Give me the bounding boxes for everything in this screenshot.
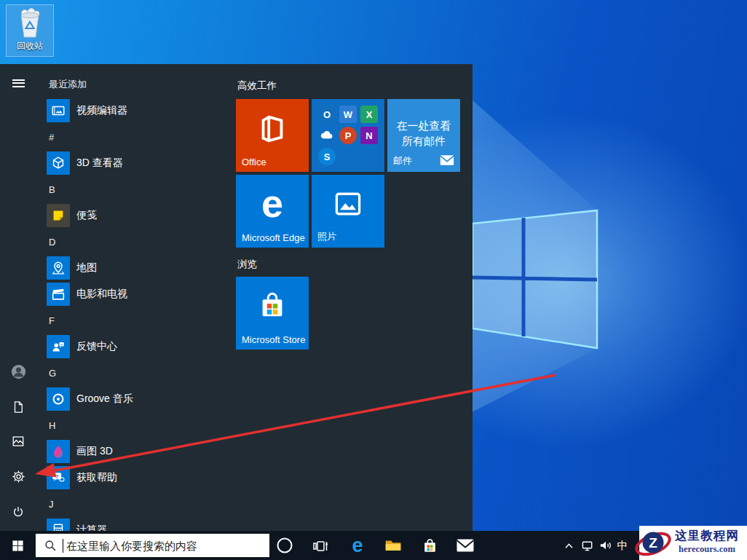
search-icon — [44, 540, 57, 552]
app-item-3d-viewer[interactable]: 3D 查看器 — [35, 150, 226, 176]
start-menu: 最近添加 视频编辑器 # 3D 查看器 B 便笺 D 地图 — [0, 64, 473, 531]
paint-3d-icon — [47, 440, 70, 463]
tray-ime-indicator[interactable]: 中 — [613, 531, 632, 560]
recycle-bin-desktop-icon[interactable]: 回收站 — [6, 4, 54, 57]
office-suite-mini-icons: O W X P N S — [318, 106, 378, 165]
app-section-header: J — [35, 491, 226, 517]
app-section-header: B — [35, 176, 226, 202]
app-label: 获取帮助 — [76, 471, 117, 484]
app-item-sticky-notes[interactable]: 便笺 — [35, 202, 226, 229]
cortana-button[interactable] — [270, 531, 299, 560]
app-item-movies-tv[interactable]: 电影和电视 — [35, 281, 226, 307]
taskbar-search-box[interactable] — [35, 533, 270, 558]
start-menu-tiles: 高效工作 Office O W X P N S 在一处查看所有邮件 邮件 — [236, 64, 469, 531]
app-item-maps[interactable]: 地图 — [35, 255, 226, 281]
tile-photos[interactable]: 照片 — [312, 175, 384, 248]
tile-group-title: 高效工作 — [237, 79, 277, 92]
tile-label: Office — [242, 157, 266, 167]
svg-text:Z: Z — [649, 535, 657, 551]
sticky-notes-icon — [47, 204, 70, 227]
tile-group-title: 浏览 — [237, 258, 257, 271]
ime-language-label: 中 — [617, 539, 628, 553]
app-label: 地图 — [76, 261, 97, 275]
site-watermark: Z 这里教程网 herecours.com — [639, 526, 747, 560]
app-label: 便笺 — [76, 209, 97, 222]
feedback-hub-icon — [47, 335, 70, 358]
tile-label: 邮件 — [393, 154, 412, 167]
edge-logo-icon: e — [236, 181, 309, 226]
photos-icon — [332, 188, 364, 220]
app-item-calculator[interactable]: 计算器 — [35, 517, 226, 531]
tile-label: Microsoft Store — [242, 334, 305, 345]
skype-icon: S — [318, 148, 336, 165]
onedrive-icon — [318, 127, 336, 144]
app-label: 画图 3D — [76, 445, 113, 458]
watermark-domain: herecours.com — [670, 544, 744, 555]
powerpoint-icon: P — [339, 127, 357, 144]
start-menu-app-list: 最近添加 视频编辑器 # 3D 查看器 B 便笺 D 地图 — [35, 64, 226, 531]
windows-logo-icon — [12, 540, 24, 552]
app-item-groove-music[interactable]: Groove 音乐 — [35, 386, 226, 412]
svg-text:?: ? — [55, 473, 59, 480]
file-explorer-button[interactable] — [379, 531, 408, 560]
start-menu-rail — [0, 64, 35, 531]
maps-icon — [47, 256, 70, 280]
app-section-header: # — [35, 124, 226, 150]
app-label: 3D 查看器 — [76, 157, 123, 170]
tile-microsoft-edge[interactable]: e Microsoft Edge — [236, 175, 309, 248]
app-section-header: D — [35, 229, 226, 255]
tray-network-button[interactable] — [577, 531, 598, 560]
word-icon: W — [339, 106, 357, 123]
tile-label: Microsoft Edge — [242, 232, 305, 243]
app-section-header: 最近添加 — [35, 71, 226, 98]
store-taskbar-button[interactable] — [415, 531, 444, 560]
volume-icon — [599, 540, 612, 551]
recycle-bin-label: 回收站 — [17, 40, 43, 52]
app-item-video-editor[interactable]: 视频编辑器 — [35, 98, 226, 124]
edge-icon: e — [352, 536, 363, 556]
excel-icon: X — [360, 106, 378, 123]
start-button[interactable] — [3, 531, 32, 560]
expand-menu-icon[interactable] — [10, 75, 26, 91]
search-input[interactable] — [66, 540, 256, 552]
cortana-icon — [276, 537, 293, 554]
task-view-button[interactable] — [306, 531, 335, 560]
app-label: 计算器 — [76, 524, 107, 531]
app-section-header: H — [35, 412, 226, 438]
movies-tv-icon — [47, 283, 70, 306]
store-bag-icon — [256, 288, 289, 322]
settings-gear-icon[interactable] — [10, 468, 26, 484]
pictures-icon[interactable] — [10, 433, 26, 449]
app-item-paint-3d[interactable]: 画图 3D — [35, 438, 226, 465]
store-icon — [421, 537, 439, 555]
tray-show-hidden-icons[interactable] — [558, 531, 580, 560]
tile-microsoft-store[interactable]: Microsoft Store — [236, 277, 309, 350]
network-icon — [582, 540, 594, 552]
app-label: 视频编辑器 — [76, 104, 127, 117]
power-icon[interactable] — [10, 504, 26, 520]
tile-mail[interactable]: 在一处查看所有邮件 邮件 — [387, 99, 460, 172]
app-label: 反馈中心 — [76, 340, 117, 353]
tile-office-suite[interactable]: O W X P N S — [312, 99, 384, 172]
app-item-feedback-hub[interactable]: 反馈中心 — [35, 334, 226, 360]
watermark-logo-icon: Z — [633, 527, 674, 560]
app-item-get-help[interactable]: ? 获取帮助 — [35, 465, 226, 491]
app-label: 电影和电视 — [76, 288, 127, 301]
video-editor-icon — [47, 99, 70, 122]
tile-label: 照片 — [317, 230, 336, 243]
text-caret — [63, 539, 63, 553]
groove-music-icon — [47, 387, 70, 411]
mail-tile-headline: 在一处查看所有邮件 — [387, 118, 460, 149]
get-help-icon: ? — [47, 466, 70, 489]
tile-office[interactable]: Office — [236, 99, 309, 172]
office-logo-icon — [256, 112, 289, 146]
3d-viewer-icon — [47, 151, 70, 175]
edge-taskbar-button[interactable]: e — [343, 531, 372, 560]
app-section-header: G — [35, 360, 226, 386]
documents-icon[interactable] — [10, 399, 26, 415]
mail-taskbar-button[interactable] — [451, 531, 480, 560]
mail-icon — [456, 538, 475, 553]
chevron-up-icon — [564, 543, 574, 549]
account-icon[interactable] — [10, 363, 26, 379]
mail-envelope-icon — [440, 154, 454, 166]
